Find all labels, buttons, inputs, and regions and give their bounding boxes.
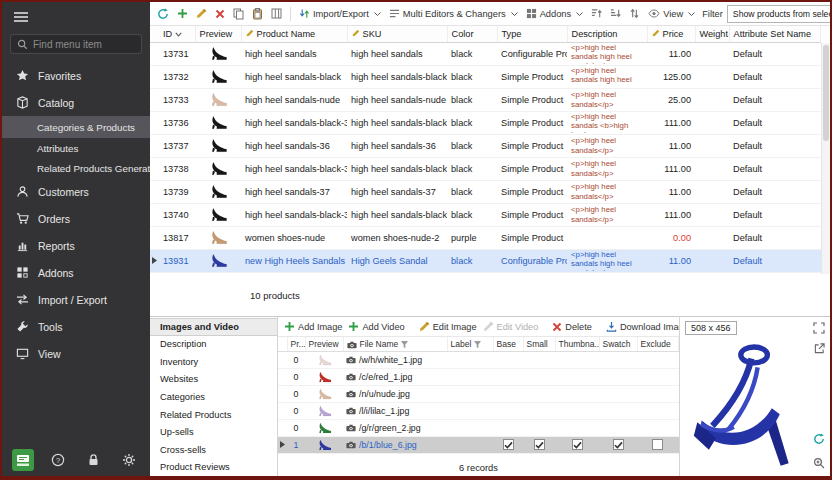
sidebar-item-reports[interactable]: Reports bbox=[2, 232, 150, 259]
sidebar-item-orders[interactable]: Orders bbox=[2, 205, 150, 232]
refresh-preview-icon[interactable] bbox=[812, 432, 826, 446]
column-header-exclude[interactable]: Exclude bbox=[637, 337, 679, 351]
row-marker bbox=[150, 134, 159, 157]
column-header-id[interactable]: ID bbox=[159, 26, 195, 42]
image-base-cell bbox=[493, 436, 523, 453]
column-header-label[interactable]: Label bbox=[447, 337, 493, 351]
column-header-sku[interactable]: SKU bbox=[347, 26, 447, 42]
delete-button[interactable]: Delete bbox=[550, 321, 594, 333]
product-row-13740[interactable]: 13740high heel sandals-black-38high heel… bbox=[150, 203, 821, 226]
sidebar-item-attributes[interactable]: Attributes bbox=[2, 138, 150, 158]
grid-vertical-scrollbar[interactable] bbox=[821, 43, 830, 274]
toolbar-reorder-button[interactable] bbox=[626, 6, 643, 21]
sidebar-item-tools[interactable]: Tools bbox=[2, 313, 150, 340]
toolbar-refresh-button[interactable] bbox=[154, 6, 172, 22]
column-header-position[interactable]: Pr... bbox=[287, 337, 305, 351]
image-row-1[interactable]: 0/w/h/white_1.jpg bbox=[278, 351, 679, 368]
toolbar-paste-button[interactable] bbox=[249, 6, 266, 22]
toolbar-sort-descending-button[interactable] bbox=[607, 6, 624, 21]
camera-icon bbox=[346, 407, 356, 415]
tab-up-sells[interactable]: Up-sells bbox=[150, 423, 277, 441]
column-header-swatch[interactable]: Swatch bbox=[599, 337, 637, 351]
edit-image-button[interactable]: Edit Image bbox=[417, 320, 479, 333]
sidebar-item-addons[interactable]: Addons bbox=[2, 259, 150, 286]
add-video-button[interactable]: Add Video bbox=[346, 320, 406, 333]
column-header-small[interactable]: Small bbox=[523, 337, 555, 351]
column-header-price[interactable]: Price bbox=[647, 26, 695, 42]
download-image-button[interactable]: Download Image bbox=[604, 320, 679, 333]
toolbar-copy-button[interactable] bbox=[230, 6, 247, 22]
tab-categories[interactable]: Categories bbox=[150, 388, 277, 406]
open-external-icon[interactable] bbox=[812, 341, 826, 355]
product-row-13738[interactable]: 13738high heel sandals-black-37high heel… bbox=[150, 157, 821, 180]
sidebar-item-view[interactable]: View bbox=[2, 340, 150, 367]
sidebar-item-label: Tools bbox=[38, 321, 63, 333]
tab-product-reviews[interactable]: Product Reviews bbox=[150, 458, 277, 476]
zoom-icon[interactable] bbox=[812, 456, 826, 470]
column-header-file_name[interactable]: File Name bbox=[343, 337, 447, 351]
tab-related-products[interactable]: Related Products bbox=[150, 406, 277, 424]
tab-images-and-video[interactable]: Images and Video bbox=[150, 318, 277, 336]
small-checkbox[interactable] bbox=[534, 439, 545, 450]
sidebar-item-import-export[interactable]: Import / Export bbox=[2, 286, 150, 313]
column-header-description[interactable]: Description bbox=[567, 26, 647, 42]
column-label: Label bbox=[451, 339, 472, 349]
column-header-preview[interactable]: Preview bbox=[195, 26, 241, 42]
column-header-type[interactable]: Type bbox=[497, 26, 567, 42]
base-checkbox[interactable] bbox=[503, 439, 514, 450]
help-button[interactable]: ? bbox=[46, 448, 70, 472]
scrollbar-thumb[interactable] bbox=[823, 45, 829, 141]
toolbar-edit-product-button[interactable] bbox=[193, 6, 210, 21]
sort-asc-icon bbox=[591, 8, 602, 19]
toolbar-view-dropdown[interactable]: View bbox=[645, 7, 698, 21]
menu-search-input[interactable] bbox=[33, 39, 135, 50]
thumbnail-checkbox[interactable] bbox=[572, 439, 583, 450]
toolbar-sort-ascending-button[interactable] bbox=[588, 6, 605, 21]
tab-websites[interactable]: Websites bbox=[150, 371, 277, 389]
product-row-13736[interactable]: 13736high heel sandals-black-36high heel… bbox=[150, 111, 821, 134]
toolbar-grid-columns-button[interactable] bbox=[268, 6, 285, 21]
add-image-button[interactable]: Add Image bbox=[282, 320, 344, 333]
tab-description[interactable]: Description bbox=[150, 336, 277, 354]
toolbar-addons-dropdown[interactable]: Addons bbox=[523, 6, 587, 21]
column-header-color[interactable]: Color bbox=[447, 26, 497, 42]
lock-button[interactable] bbox=[82, 448, 106, 472]
tab-cross-sells[interactable]: Cross-sells bbox=[150, 441, 277, 459]
column-header-base[interactable]: Base bbox=[493, 337, 523, 351]
product-row-13737[interactable]: 13737high heel sandals-36high heel sanda… bbox=[150, 134, 821, 157]
image-row-3[interactable]: 0/n/u/nude.jpg bbox=[278, 385, 679, 402]
toolbar-add-product-button[interactable] bbox=[174, 6, 191, 21]
toolbar-import-export-dropdown[interactable]: Import/Export bbox=[296, 6, 384, 21]
toolbar-multi-editors-dropdown[interactable]: Multi Editors & Changers bbox=[386, 6, 521, 21]
product-row-13817[interactable]: 13817women shoes-nudewomen shoes-nude-2p… bbox=[150, 226, 821, 249]
sidebar-item-favorites[interactable]: Favorites bbox=[2, 62, 150, 89]
category-filter-select[interactable]: Show products from selected categories bbox=[727, 5, 830, 23]
product-row-13733[interactable]: 13733high heel sandals-nudehigh heel san… bbox=[150, 88, 821, 111]
product-row-13739[interactable]: 13739high heel sandals-37high heel sanda… bbox=[150, 180, 821, 203]
sidebar-item-catalog[interactable]: Catalog bbox=[2, 89, 150, 116]
hamburger-menu-icon[interactable] bbox=[13, 11, 29, 23]
store-button[interactable] bbox=[11, 448, 35, 472]
column-header-preview[interactable]: Preview bbox=[305, 337, 343, 351]
toolbar-delete-product-button[interactable] bbox=[212, 7, 228, 21]
product-row-13931[interactable]: 13931new High Heels SandalsHigh Geels Sa… bbox=[150, 249, 821, 272]
image-position: 0 bbox=[287, 402, 305, 419]
tab-inventory[interactable]: Inventory bbox=[150, 353, 277, 371]
sidebar-item-customers[interactable]: Customers bbox=[2, 178, 150, 205]
settings-button[interactable] bbox=[117, 448, 141, 472]
sidebar-item-categories-products[interactable]: Categories & Products bbox=[2, 116, 150, 138]
column-header-thumbnail[interactable]: Thumbna... bbox=[555, 337, 599, 351]
sidebar-item-related-products-generator[interactable]: Related Products Generator bbox=[2, 158, 150, 178]
column-header-weight[interactable]: Weight bbox=[695, 26, 729, 42]
column-header-name[interactable]: Product Name bbox=[241, 26, 347, 42]
image-row-6[interactable]: 1/b/1/blue_6.jpg bbox=[278, 436, 679, 453]
column-header-attribute_set[interactable]: Attribute Set Name bbox=[729, 26, 821, 42]
image-row-5[interactable]: 0/g/r/green_2.jpg bbox=[278, 419, 679, 436]
product-row-13731[interactable]: 13731high heel sandalshigh heel sandalsb… bbox=[150, 42, 821, 65]
fullscreen-icon[interactable] bbox=[812, 321, 826, 335]
swatch-checkbox[interactable] bbox=[613, 439, 624, 450]
image-row-4[interactable]: 0/l/i/lilac_1.jpg bbox=[278, 402, 679, 419]
exclude-checkbox[interactable] bbox=[652, 439, 663, 450]
image-row-2[interactable]: 0/c/e/red_1.jpg bbox=[278, 368, 679, 385]
product-row-13732[interactable]: 13732high heel sandals-blackhigh heel sa… bbox=[150, 65, 821, 88]
